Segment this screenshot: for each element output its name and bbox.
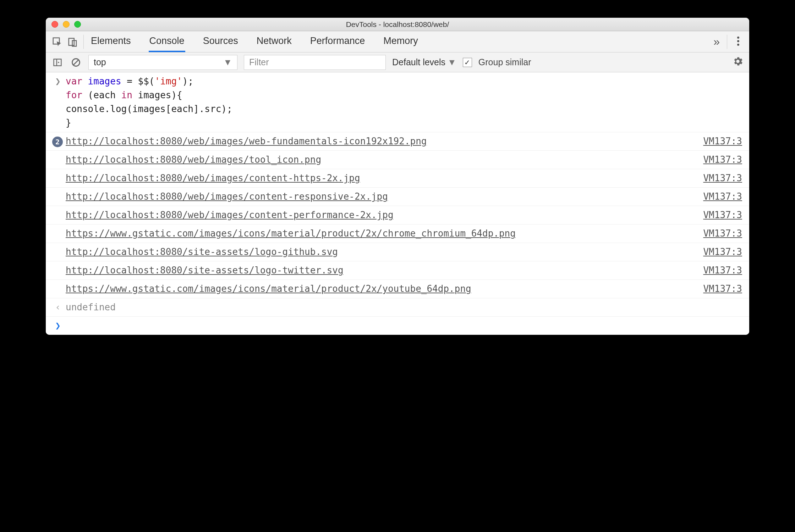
tab-elements[interactable]: Elements bbox=[90, 31, 132, 52]
tab-memory[interactable]: Memory bbox=[383, 31, 419, 52]
window-title: DevTools - localhost:8080/web/ bbox=[46, 20, 749, 29]
tab-performance[interactable]: Performance bbox=[309, 31, 366, 52]
devtools-window: DevTools - localhost:8080/web/ Elements … bbox=[46, 18, 749, 335]
result-value: undefined bbox=[66, 300, 742, 314]
log-source-link[interactable]: VM137:3 bbox=[703, 283, 742, 294]
titlebar: DevTools - localhost:8080/web/ bbox=[46, 18, 749, 31]
log-url-link[interactable]: http://localhost:8080/web/images/content… bbox=[66, 191, 388, 202]
tabstrip: Elements Console Sources Network Perform… bbox=[46, 31, 749, 52]
svg-point-3 bbox=[737, 37, 739, 39]
maximize-window-button[interactable] bbox=[74, 21, 81, 28]
console-log-row: 2http://localhost:8080/web/images/web-fu… bbox=[46, 132, 749, 151]
console-log-row: http://localhost:8080/site-assets/logo-t… bbox=[46, 261, 749, 280]
log-source-link[interactable]: VM137:3 bbox=[703, 228, 742, 239]
console-input[interactable] bbox=[66, 319, 742, 333]
separator bbox=[727, 35, 727, 49]
more-tabs-button[interactable]: » bbox=[709, 35, 724, 48]
console-toolbar: top ▼ Default levels ▼ ✓ Group similar bbox=[46, 52, 749, 72]
repeat-count-badge: 2 bbox=[52, 137, 63, 147]
clear-console-icon[interactable] bbox=[70, 56, 82, 68]
device-toolbar-icon[interactable] bbox=[65, 34, 81, 50]
prompt-chevron-icon: ❯ bbox=[55, 320, 61, 331]
svg-point-5 bbox=[737, 44, 739, 46]
log-url-link[interactable]: https://www.gstatic.com/images/icons/mat… bbox=[66, 283, 471, 294]
traffic-lights bbox=[46, 21, 81, 28]
console-result: ‹ undefined bbox=[46, 298, 749, 317]
log-url-link[interactable]: https://www.gstatic.com/images/icons/mat… bbox=[66, 228, 516, 239]
log-url-link[interactable]: http://localhost:8080/web/images/content… bbox=[66, 210, 394, 220]
console-log-row: https://www.gstatic.com/images/icons/mat… bbox=[46, 280, 749, 298]
svg-rect-6 bbox=[54, 59, 61, 66]
svg-rect-1 bbox=[69, 38, 74, 45]
log-source-link[interactable]: VM137:3 bbox=[703, 154, 742, 165]
separator bbox=[83, 35, 84, 49]
console-input-echo: ❯ var images = $$('img'); for (each in i… bbox=[46, 72, 749, 132]
console-log-row: http://localhost:8080/web/images/content… bbox=[46, 169, 749, 188]
close-window-button[interactable] bbox=[51, 21, 58, 28]
console-log-row: http://localhost:8080/web/images/content… bbox=[46, 188, 749, 206]
log-url-link[interactable]: http://localhost:8080/web/images/tool_ic… bbox=[66, 154, 321, 165]
log-source-link[interactable]: VM137:3 bbox=[703, 265, 742, 276]
console-output: ❯ var images = $$('img'); for (each in i… bbox=[46, 72, 749, 335]
log-url-link[interactable]: http://localhost:8080/web/images/content… bbox=[66, 173, 360, 183]
log-url-link[interactable]: http://localhost:8080/site-assets/logo-g… bbox=[66, 246, 338, 257]
console-log-row: https://www.gstatic.com/images/icons/mat… bbox=[46, 225, 749, 243]
log-source-link[interactable]: VM137:3 bbox=[703, 246, 742, 257]
log-source-link[interactable]: VM137:3 bbox=[703, 191, 742, 202]
code-block: var images = $$('img'); for (each in ima… bbox=[66, 74, 742, 130]
context-value: top bbox=[94, 57, 106, 67]
log-source-link[interactable]: VM137:3 bbox=[703, 210, 742, 220]
minimize-window-button[interactable] bbox=[63, 21, 70, 28]
output-chevron-icon: ‹ bbox=[55, 302, 61, 312]
filter-input[interactable] bbox=[244, 55, 386, 70]
execution-context-select[interactable]: top ▼ bbox=[88, 55, 237, 70]
group-similar-checkbox[interactable]: ✓ bbox=[463, 58, 472, 67]
log-source-link[interactable]: VM137:3 bbox=[703, 173, 742, 183]
console-prompt[interactable]: ❯ bbox=[46, 317, 749, 335]
log-source-link[interactable]: VM137:3 bbox=[703, 136, 742, 146]
tab-console[interactable]: Console bbox=[149, 31, 185, 52]
panel-tabs: Elements Console Sources Network Perform… bbox=[90, 31, 709, 52]
inspect-element-icon[interactable] bbox=[49, 34, 65, 50]
levels-label: Default levels bbox=[392, 57, 445, 67]
settings-gear-icon[interactable] bbox=[732, 56, 744, 69]
log-url-link[interactable]: http://localhost:8080/site-assets/logo-t… bbox=[66, 265, 344, 276]
svg-point-4 bbox=[737, 40, 739, 42]
console-log-row: http://localhost:8080/web/images/content… bbox=[46, 206, 749, 225]
chevron-down-icon: ▼ bbox=[448, 57, 456, 67]
toggle-sidebar-icon[interactable] bbox=[51, 56, 64, 68]
log-url-link[interactable]: http://localhost:8080/web/images/web-fun… bbox=[66, 136, 427, 146]
chevron-down-icon: ▼ bbox=[223, 57, 232, 67]
kebab-menu-icon[interactable] bbox=[734, 36, 743, 48]
tab-network[interactable]: Network bbox=[256, 31, 292, 52]
console-log-row: http://localhost:8080/web/images/tool_ic… bbox=[46, 151, 749, 169]
console-log-row: http://localhost:8080/site-assets/logo-g… bbox=[46, 243, 749, 261]
log-levels-select[interactable]: Default levels ▼ bbox=[392, 57, 456, 67]
tab-sources[interactable]: Sources bbox=[202, 31, 239, 52]
input-chevron-icon: ❯ bbox=[55, 76, 61, 87]
group-similar-label: Group similar bbox=[478, 57, 531, 67]
